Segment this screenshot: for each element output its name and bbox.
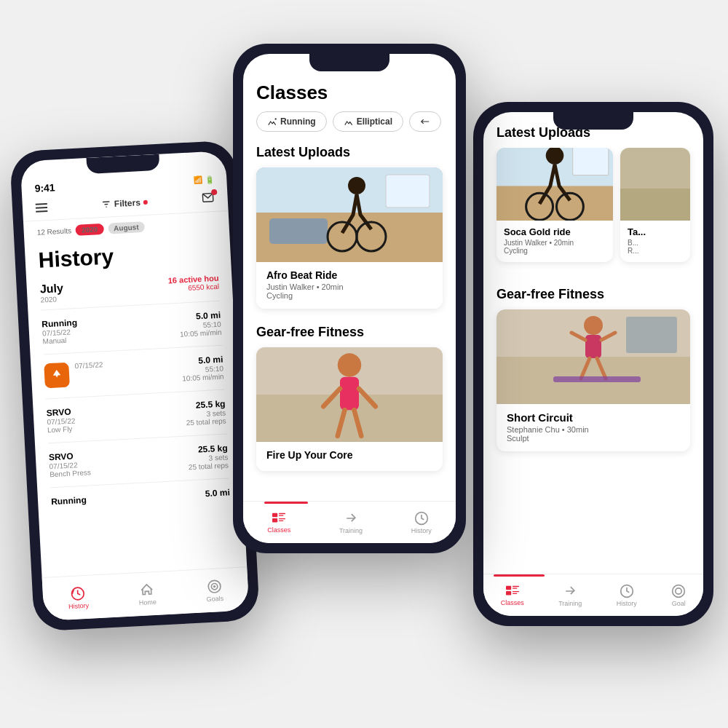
- workout-pace-icon: 10:05 mi/min: [182, 373, 224, 383]
- cycling-illustration: [256, 167, 443, 262]
- right-scroll: Latest Uploads: [483, 112, 703, 574]
- phone-classes-right: Latest Uploads: [473, 102, 713, 626]
- class-card-2[interactable]: Fire Up Your Core: [256, 347, 443, 471]
- workout-row-3[interactable]: SRVO 07/15/22 Low Fly 25.5 kg 3 sets 25 …: [33, 394, 240, 440]
- filters-button[interactable]: Filters: [101, 197, 149, 210]
- tag-year[interactable]: 2020: [76, 223, 104, 236]
- workout-pace-1: 10:05 mi/min: [180, 328, 222, 339]
- workout-date-icon: 07/15/22: [74, 360, 103, 370]
- short-circuit-title: Short Circuit: [507, 411, 680, 424]
- nav-history-left[interactable]: History: [68, 585, 90, 609]
- latest-uploads-title: Latest Uploads: [243, 141, 456, 167]
- svg-rect-50: [553, 376, 641, 382]
- workout-name-1: Running: [41, 317, 77, 330]
- svg-point-19: [338, 353, 362, 377]
- phone-history-screen: 9:41 📶 🔋 Filters: [20, 151, 250, 621]
- notch-center: [309, 54, 389, 71]
- class-thumb-1: [256, 167, 443, 262]
- svg-rect-33: [496, 184, 613, 221]
- filter-icon: [101, 199, 112, 210]
- class-card-soca[interactable]: Soca Gold ride Justin Walker • 20min Cyc…: [496, 148, 613, 262]
- bottom-nav-left: History Home Goals: [42, 566, 250, 621]
- class-card-short-circuit[interactable]: Short Circuit Stephanie Chu • 30min Scul…: [496, 309, 690, 451]
- workout-source-4: Bench Press: [50, 468, 91, 478]
- svg-rect-35: [573, 148, 609, 175]
- svg-rect-45: [585, 335, 601, 358]
- gear-free-right: Gear-free Fitness: [483, 274, 703, 309]
- workout-source-3: Low Fly: [47, 424, 76, 434]
- svg-rect-56: [513, 593, 517, 593]
- center-scroll: Classes Running Elliptical: [243, 54, 456, 501]
- nav-history-center[interactable]: History: [411, 511, 432, 534]
- elliptical-icon: [344, 117, 354, 126]
- cards-row: Soca Gold ride Justin Walker • 20min Cyc…: [483, 148, 703, 274]
- svg-rect-26: [279, 513, 285, 513]
- bottom-nav-center: Classes Training History: [243, 501, 456, 543]
- nav-goals-left[interactable]: Goals: [205, 579, 223, 603]
- svg-rect-13: [386, 175, 430, 207]
- home-icon: [139, 582, 154, 597]
- phone-center-screen: Classes Running Elliptical: [243, 54, 456, 543]
- workout-row-icon[interactable]: 07/15/22 5.0 mi 55:10 10:05 mi/min: [31, 349, 237, 395]
- tag-month[interactable]: August: [108, 221, 145, 234]
- partial-title: Ta...: [628, 226, 683, 237]
- history-nav-icon: [414, 511, 429, 526]
- class-thumb-2: [256, 347, 443, 442]
- workout-row-1[interactable]: Running 07/15/22 Manual 5.0 mi 55:10 10:…: [28, 305, 235, 351]
- class-card-2-title: Fire Up Your Core: [266, 449, 432, 461]
- nav-home-left[interactable]: Home: [138, 582, 157, 606]
- class-card-partial[interactable]: Ta... B...R...: [620, 148, 690, 262]
- svg-rect-51: [506, 585, 511, 589]
- app-icon: [44, 363, 70, 389]
- gear-free-title: Gear-free Fitness: [243, 320, 456, 347]
- mail-button[interactable]: [201, 192, 215, 206]
- svg-point-44: [584, 316, 603, 335]
- short-circuit-thumb: [496, 309, 690, 404]
- classes-nav-icon: [505, 585, 521, 598]
- svg-point-8: [275, 118, 277, 119]
- workout-pace-3: 25 total reps: [186, 416, 226, 427]
- svg-rect-12: [269, 218, 328, 244]
- workout-pace-4: 25 total reps: [189, 461, 229, 471]
- class-card-1-title: Afro Beat Ride: [266, 269, 432, 281]
- time-display: 9:41: [34, 181, 55, 194]
- nav-classes-center[interactable]: Classes: [267, 512, 290, 534]
- nav-training-right[interactable]: Training: [558, 584, 582, 607]
- partial-thumb: [620, 148, 690, 221]
- partial-illustration: [620, 148, 690, 221]
- svg-rect-29: [279, 518, 285, 519]
- svg-rect-28: [272, 518, 277, 522]
- history-nav-right-icon: [620, 584, 634, 598]
- goals-icon: [207, 579, 222, 594]
- cycling-scene-1: [256, 167, 443, 262]
- nav-classes-right[interactable]: Classes: [501, 585, 524, 606]
- menu-icon[interactable]: [36, 203, 48, 213]
- filter-more[interactable]: [409, 111, 441, 132]
- notch-right: [553, 112, 633, 130]
- class-card-2-info: Fire Up Your Core: [256, 442, 443, 471]
- workout-row-4[interactable]: SRVO 07/15/22 Bench Press 25.5 kg 3 sets…: [35, 438, 242, 484]
- partial-sub: B...R...: [628, 239, 683, 255]
- more-filter-icon: [420, 117, 430, 126]
- filter-elliptical[interactable]: Elliptical: [333, 111, 403, 132]
- filter-running[interactable]: Running: [256, 111, 327, 132]
- class-card-1[interactable]: Afro Beat Ride Justin Walker • 20min Cyc…: [256, 167, 443, 309]
- short-circuit-info: Short Circuit Stephanie Chu • 30min Scul…: [496, 404, 690, 451]
- soca-thumb: [496, 148, 613, 221]
- nav-training-center[interactable]: Training: [339, 511, 363, 534]
- phone-classes-center: Classes Running Elliptical: [233, 44, 466, 553]
- svg-rect-27: [279, 515, 283, 515]
- fitness-scene: [256, 347, 443, 442]
- soca-title: Soca Gold ride: [504, 226, 606, 237]
- short-circuit-illustration: [496, 309, 690, 404]
- short-circuit-sub: Stephanie Chu • 30min Sculpt: [507, 425, 680, 443]
- nav-history-right[interactable]: History: [617, 584, 637, 607]
- workout-dist-5: 5.0 mi: [205, 487, 230, 499]
- svg-rect-40: [620, 189, 690, 221]
- phone-history: 9:41 📶 🔋 Filters: [9, 140, 260, 631]
- nav-goal-right[interactable]: Goal: [671, 584, 686, 607]
- svg-point-59: [676, 587, 681, 593]
- active-tab-indicator: [264, 502, 308, 504]
- fitness-illustration: [256, 347, 443, 442]
- class-card-1-info: Afro Beat Ride Justin Walker • 20min Cyc…: [256, 262, 443, 309]
